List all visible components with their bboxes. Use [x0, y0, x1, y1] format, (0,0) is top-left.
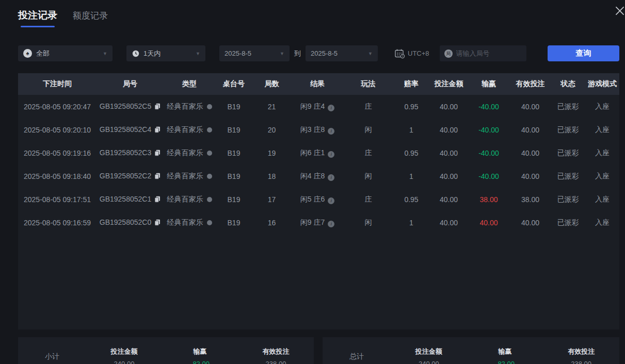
- table-row[interactable]: 2025-08-05 09:18:40 GB19258052C2 经典百家乐 B…: [18, 164, 619, 188]
- status: 已派彩: [557, 125, 579, 134]
- game-mode: 入座: [595, 125, 610, 134]
- odds-cell: 0.95: [393, 95, 430, 118]
- result: 闲5 庄6: [300, 195, 325, 203]
- table-row[interactable]: 2025-08-05 09:19:16 GB19258052C3 经典百家乐 B…: [18, 141, 619, 164]
- table-no: B19: [228, 172, 241, 180]
- tab-quota-records[interactable]: 额度记录: [73, 10, 108, 22]
- date-to-value: 2025-8-5: [311, 49, 338, 57]
- bet-time-cell: 2025-08-05 09:20:47: [18, 95, 97, 118]
- game-mode-cell: 入座: [585, 141, 619, 164]
- game-type: 经典百家乐: [167, 218, 203, 226]
- bet-time-cell: 2025-08-05 09:19:16: [18, 141, 97, 164]
- odds: 1: [409, 126, 413, 134]
- bet-amount-cell: 40.00: [430, 95, 468, 118]
- info-icon[interactable]: i: [328, 105, 334, 111]
- game-mode: 入座: [595, 172, 610, 180]
- table-row[interactable]: 2025-08-05 09:16:59 GB19258052C0 经典百家乐 B…: [18, 211, 619, 234]
- game-type-cell: 经典百家乐: [164, 188, 215, 211]
- round-id: GB19258052C1: [100, 195, 151, 203]
- valid-bet: 40.00: [521, 172, 539, 180]
- column-header: 状态: [551, 73, 585, 95]
- status: 已派彩: [557, 148, 579, 157]
- info-icon[interactable]: i: [328, 221, 334, 227]
- column-header: 赔率: [393, 73, 430, 95]
- game-type-cell: 经典百家乐: [164, 95, 215, 118]
- result-cell: 闲4 庄8i: [291, 164, 344, 188]
- info-icon[interactable]: i: [328, 128, 334, 135]
- copy-icon[interactable]: [154, 126, 161, 135]
- date-from-dropdown[interactable]: 2025-8-5 ▼: [219, 45, 290, 61]
- column-header: 游戏模式: [585, 73, 619, 95]
- calendar-clock-icon: [394, 48, 406, 59]
- game-mode-cell: 入座: [585, 188, 619, 211]
- status: 已派彩: [557, 172, 579, 180]
- table-row[interactable]: 2025-08-05 09:17:51 GB19258052C1 经典百家乐 B…: [18, 188, 619, 211]
- game-type-dropdown[interactable]: ♠ 全部 ▼: [18, 45, 113, 61]
- valid-bet: 40.00: [521, 149, 539, 157]
- table-no: B19: [228, 103, 241, 111]
- close-icon[interactable]: [613, 4, 625, 18]
- game-mode-cell: 入座: [585, 118, 619, 141]
- bet-time-cell: 2025-08-05 09:17:51: [18, 188, 97, 211]
- game-mode: 入座: [595, 148, 610, 157]
- bet-time: 2025-08-05 09:20:47: [24, 103, 91, 111]
- win-loss-cell: -40.00: [468, 164, 510, 188]
- valid-bet: 40.00: [521, 103, 539, 111]
- status-cell: 已派彩: [551, 118, 585, 141]
- play-method-cell: 庄: [344, 141, 393, 164]
- bet-amount: 40.00: [440, 103, 458, 111]
- time-range-dropdown[interactable]: 1天内 ▼: [126, 45, 205, 61]
- status-cell: 已派彩: [551, 164, 585, 188]
- status-cell: 已派彩: [551, 188, 585, 211]
- date-to-dropdown[interactable]: 2025-8-5 ▼: [306, 45, 378, 61]
- subtotal-bet-amount: 投注金额 240.00: [86, 337, 162, 364]
- status-dot-icon: [207, 174, 212, 179]
- valid-bet-cell: 40.00: [510, 118, 551, 141]
- game-type-cell: 经典百家乐: [164, 164, 215, 188]
- round-id-cell: GB19258052C4: [97, 118, 164, 141]
- round-count-cell: 20: [252, 118, 291, 141]
- play-method: 庄: [365, 195, 372, 203]
- bet-amount-cell: 40.00: [430, 118, 468, 141]
- odds-cell: 1: [393, 118, 430, 141]
- info-icon[interactable]: i: [328, 197, 334, 204]
- subtotal-label: 小计: [18, 337, 86, 364]
- result-cell: 闲5 庄6i: [291, 188, 344, 211]
- tab-betting-records[interactable]: 投注记录: [18, 9, 57, 27]
- game-mode-cell: 入座: [585, 211, 619, 234]
- round-number-field[interactable]: 局: [440, 45, 526, 61]
- result-cell: 闲6 庄1i: [291, 141, 344, 164]
- win-loss-cell: -40.00: [468, 141, 510, 164]
- table-row[interactable]: 2025-08-05 09:20:47 GB19258052C5 经典百家乐 B…: [18, 95, 619, 118]
- copy-icon[interactable]: [154, 219, 161, 227]
- table-header-row: 下注时间局号类型桌台号局数结果玩法赔率投注金额输赢有效投注状态游戏模式: [18, 73, 619, 95]
- info-icon[interactable]: i: [328, 151, 334, 158]
- query-button[interactable]: 查询: [548, 45, 619, 61]
- play-method-cell: 庄: [344, 95, 393, 118]
- copy-icon[interactable]: [154, 173, 161, 181]
- result: 闲9 庄4: [300, 102, 325, 110]
- game-mode: 入座: [595, 102, 610, 110]
- round-id-cell: GB19258052C0: [97, 211, 164, 234]
- round-count-cell: 19: [252, 141, 291, 164]
- copy-icon[interactable]: [154, 150, 161, 158]
- bet-time: 2025-08-05 09:18:40: [24, 172, 91, 180]
- column-header: 结果: [291, 73, 344, 95]
- game-mode: 入座: [595, 218, 610, 226]
- win-loss: -40.00: [478, 126, 499, 134]
- column-header: 输赢: [468, 73, 510, 95]
- subtotal-valid-bet: 有效投注 238.00: [238, 337, 314, 364]
- bet-amount: 40.00: [440, 195, 458, 204]
- copy-icon[interactable]: [154, 103, 161, 111]
- copy-icon[interactable]: [154, 196, 161, 204]
- table-row[interactable]: 2025-08-05 09:20:10 GB19258052C4 经典百家乐 B…: [18, 118, 619, 141]
- info-icon[interactable]: i: [328, 174, 334, 181]
- date-from-value: 2025-8-5: [225, 49, 251, 57]
- bet-amount: 40.00: [440, 126, 458, 134]
- table-no-cell: B19: [215, 188, 252, 211]
- total-win-loss: 输赢 -82.00: [467, 337, 543, 364]
- play-method: 闲: [365, 218, 372, 226]
- tab-label: 额度记录: [73, 11, 108, 21]
- round-number-input[interactable]: [456, 49, 522, 57]
- filter-bar: ♠ 全部 ▼ 1天内 ▼ 2025-8-5 ▼ 到 2025-8-5 ▼: [18, 45, 619, 61]
